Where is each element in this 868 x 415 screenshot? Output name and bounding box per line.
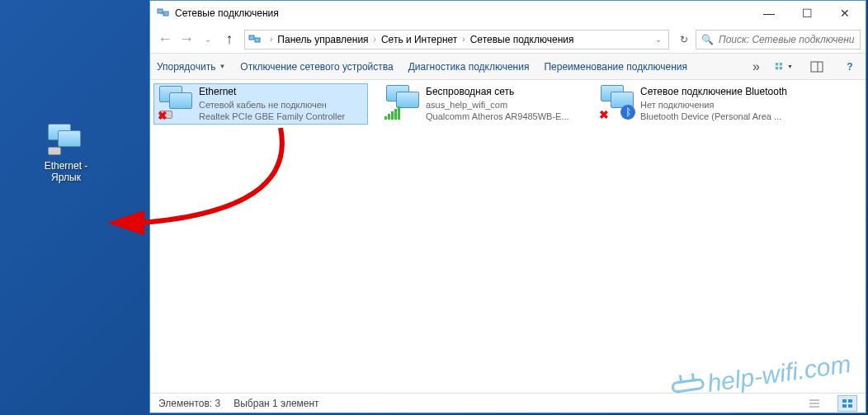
explorer-window: Сетевые подключения — ☐ ✕ ← → ⌄ ↑ › Пане… — [149, 0, 866, 413]
maximize-button[interactable]: ☐ — [788, 2, 826, 25]
minimize-button[interactable]: — — [750, 2, 788, 25]
more-actions[interactable]: » — [752, 59, 760, 74]
status-item-count: Элементов: 3 — [158, 398, 220, 409]
network-adapter-icon: ✖ᛒ — [599, 85, 635, 120]
item-status: asus_help_wifi_com — [426, 99, 569, 111]
chevron-right-icon: › — [374, 35, 376, 44]
breadcrumb-network-connections[interactable]: Сетевые подключения — [469, 34, 576, 45]
svg-marker-17 — [107, 210, 144, 235]
breadcrumb-network-internet[interactable]: Сеть и Интернет — [380, 34, 459, 45]
disable-device-action[interactable]: Отключение сетевого устройства — [240, 61, 393, 73]
search-icon: 🔍 — [701, 34, 714, 45]
svg-rect-7 — [780, 67, 782, 69]
connection-item-ethernet[interactable]: ✖ Ethernet Сетевой кабель не подключен R… — [153, 83, 368, 125]
network-adapter-icon: ✖ — [158, 86, 194, 120]
svg-rect-0 — [158, 9, 163, 13]
item-device: Realtek PCIe GBE Family Controller — [199, 111, 345, 122]
window-title: Сетевые подключения — [175, 7, 750, 19]
breadcrumb-control-panel[interactable]: Панель управления — [276, 34, 370, 45]
svg-rect-8 — [811, 62, 823, 72]
back-button[interactable]: ← — [155, 30, 175, 50]
svg-rect-5 — [780, 63, 782, 65]
dropdown-icon[interactable]: ⌄ — [655, 35, 662, 44]
svg-rect-13 — [842, 399, 847, 403]
help-button[interactable]: ? — [841, 58, 859, 76]
connection-item-bluetooth[interactable]: ✖ᛒ Сетевое подключение Bluetooth Нет под… — [596, 83, 810, 125]
status-bar: Элементов: 3 Выбран 1 элемент — [150, 393, 866, 413]
view-options-button[interactable]: ▼ — [775, 58, 793, 76]
item-name: Беспроводная сеть — [426, 86, 569, 99]
items-pane[interactable]: ✖ Ethernet Сетевой кабель не подключен R… — [150, 80, 866, 393]
svg-rect-4 — [776, 63, 778, 65]
network-adapter-icon — [46, 124, 86, 157]
svg-rect-14 — [848, 399, 852, 403]
forward-button[interactable]: → — [177, 30, 196, 50]
svg-rect-3 — [255, 38, 260, 42]
router-icon — [671, 378, 705, 394]
titlebar: Сетевые подключения — ☐ ✕ — [150, 1, 866, 26]
command-bar: Упорядочить▼ Отключение сетевого устройс… — [150, 54, 866, 80]
item-device: Qualcomm Atheros AR9485WB-E... — [426, 111, 569, 122]
svg-rect-15 — [842, 404, 847, 408]
organize-menu[interactable]: Упорядочить▼ — [157, 61, 225, 73]
rename-action[interactable]: Переименование подключения — [544, 61, 687, 73]
preview-pane-button[interactable] — [808, 58, 826, 76]
chevron-right-icon: › — [270, 35, 272, 44]
item-device: Bluetooth Device (Personal Area ... — [640, 111, 787, 122]
diagnose-action[interactable]: Диагностика подключения — [408, 61, 530, 73]
item-name: Сетевое подключение Bluetooth — [640, 86, 787, 99]
shortcut-label: Ethernet - Ярлык — [33, 160, 99, 184]
item-name: Ethernet — [199, 86, 345, 99]
item-status: Сетевой кабель не подключен — [199, 99, 345, 111]
svg-rect-6 — [776, 67, 778, 69]
close-button[interactable]: ✕ — [826, 2, 864, 25]
recent-dropdown[interactable]: ⌄ — [198, 30, 218, 50]
up-button[interactable]: ↑ — [219, 30, 239, 50]
chevron-right-icon: › — [462, 35, 465, 44]
navigation-bar: ← → ⌄ ↑ › Панель управления › Сеть и Инт… — [150, 26, 866, 54]
location-icon — [248, 33, 262, 46]
svg-rect-2 — [249, 35, 254, 40]
details-view-button[interactable] — [804, 395, 824, 412]
desktop-shortcut-ethernet[interactable]: Ethernet - Ярлык — [33, 124, 99, 184]
connection-item-wifi[interactable]: Беспроводная сеть asus_help_wifi_com Qua… — [381, 83, 596, 125]
chevron-down-icon: ▼ — [219, 63, 225, 70]
refresh-button[interactable]: ↻ — [674, 30, 694, 50]
network-adapter-icon — [384, 85, 421, 120]
search-box[interactable]: 🔍 — [696, 30, 861, 50]
item-status: Нет подключения — [640, 99, 787, 111]
search-input[interactable] — [719, 34, 855, 45]
large-icons-view-button[interactable] — [837, 395, 857, 412]
app-icon — [157, 7, 170, 20]
status-selection: Выбран 1 элемент — [234, 398, 318, 409]
svg-rect-16 — [848, 404, 852, 408]
address-bar[interactable]: › Панель управления › Сеть и Интернет › … — [244, 30, 669, 50]
